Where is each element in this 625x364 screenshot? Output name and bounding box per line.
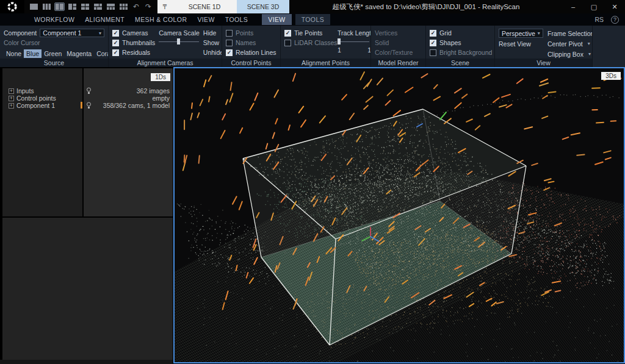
menu-tools[interactable]: TOOLS [225, 16, 248, 23]
center-pivot-button[interactable]: Center Pivot [547, 40, 583, 48]
pane-badge-1ds: 1Ds [151, 73, 170, 81]
color-texture-button[interactable]: Color/Texture [375, 48, 422, 57]
layout-split-icon-active[interactable] [55, 3, 64, 10]
frame-selection-button[interactable]: Frame Selection [547, 30, 592, 37]
layout-grid2x2-icon[interactable] [81, 3, 90, 10]
names-label: Names [236, 39, 256, 46]
shapes-label: Shapes [439, 39, 461, 46]
residuals-checkbox[interactable]: Residuals [112, 48, 155, 57]
color-cursor-label: Color Cursor [4, 38, 104, 48]
info-row-component: 358/362 cams, 1 model [86, 102, 170, 109]
undo-icon[interactable]: ↶ [132, 2, 140, 11]
track-length-max: 15 [367, 46, 370, 54]
cursor-option-green[interactable]: Green [42, 49, 64, 58]
relation-lines-checkbox[interactable]: Relation Lines [226, 48, 276, 57]
relation-lines-label: Relation Lines [236, 49, 276, 56]
ribbon-group-model-render: Vertices Solid Color/Texture Model Rende… [371, 26, 426, 67]
solid-button[interactable]: Solid [375, 38, 422, 48]
unhide-all-button[interactable]: Unhide All [203, 48, 222, 57]
projection-dropdown[interactable]: Perspective ▾ [499, 29, 543, 38]
point-cloud-canvas[interactable] [175, 68, 624, 362]
menu-alignment[interactable]: ALIGNMENT [85, 16, 125, 23]
info-row-images: 362 images [86, 87, 170, 95]
selection-indicator [81, 102, 82, 109]
context-tab-view[interactable]: VIEW [262, 14, 291, 25]
ribbon-group-source: Component Component 1 ▾ Color Cursor Non… [0, 26, 109, 67]
cursor-option-magenta[interactable]: Magenta [64, 49, 94, 58]
redo-icon[interactable]: ↷ [144, 2, 153, 11]
scene-1d-pane[interactable]: + Inputs + Control points + Component 1 … [2, 68, 173, 216]
close-button[interactable]: ✕ [604, 0, 625, 13]
maximize-button[interactable]: ▢ [583, 0, 604, 13]
rs-account-label[interactable]: RS [594, 16, 604, 23]
ribbon-group-view: Perspective ▾ Reset View Frame Selection… [495, 26, 593, 67]
bright-background-label: Bright Background [439, 49, 492, 56]
cameras-checkbox[interactable]: Cameras [112, 28, 155, 38]
layout-grid-mixed-icon[interactable] [93, 3, 103, 10]
shapes-checkbox[interactable]: Shapes [430, 38, 491, 48]
scene-tab-strip: ₸ SCENE 1D SCENE 3D [157, 0, 289, 13]
visibility-bulb-icon[interactable] [86, 87, 92, 95]
expand-icon[interactable]: + [9, 88, 14, 94]
residuals-label: Residuals [122, 49, 150, 56]
project-tree: + Inputs + Control points + Component 1 [2, 68, 82, 216]
tree-label-control-points: Control points [16, 95, 56, 102]
hide-button[interactable]: Hide [203, 28, 222, 38]
menu-bar: WORKFLOW ALIGNMENT MESH & COLOR VIEW TOO… [0, 13, 625, 26]
points-label: Points [236, 29, 253, 37]
cursor-option-blue[interactable]: Blue [24, 49, 42, 58]
layout-single-icon[interactable] [29, 3, 38, 10]
context-tab-tools[interactable]: TOOLS [295, 14, 330, 25]
expand-icon[interactable]: + [9, 96, 14, 101]
tree-label-component-1: Component 1 [16, 102, 55, 109]
pin-icon[interactable]: ₸ [157, 0, 172, 13]
minimize-button[interactable]: – [563, 0, 583, 13]
reset-view-button[interactable]: Reset View [499, 38, 543, 49]
thumbnails-checkbox[interactable]: Thumbnails [112, 38, 155, 48]
layout-top-bottom-icon[interactable] [106, 3, 115, 10]
points-checkbox[interactable]: Points [226, 28, 276, 38]
help-icon[interactable]: ? [611, 16, 619, 24]
show-button[interactable]: Show [203, 38, 222, 48]
tie-points-label: Tie Points [294, 29, 322, 37]
menu-view[interactable]: VIEW [197, 16, 214, 23]
visibility-bulb-icon[interactable] [86, 102, 92, 109]
group-label-control-points: Control Points [222, 59, 280, 67]
layout-columns-icon[interactable] [42, 3, 51, 10]
names-checkbox[interactable]: Names [226, 38, 276, 48]
menu-mesh-color[interactable]: MESH & COLOR [135, 16, 187, 23]
track-length-label: Track Length [338, 28, 370, 38]
camera-scale-slider[interactable] [159, 38, 199, 45]
track-length-slider[interactable] [338, 38, 369, 45]
tree-item-component-1[interactable]: + Component 1 [9, 102, 55, 109]
empty-pane[interactable] [2, 218, 173, 360]
group-label-model-render: Model Render [371, 59, 425, 67]
group-label-alignment-points: Alignment Points [281, 59, 370, 67]
tab-scene-1d[interactable]: SCENE 1D [172, 0, 237, 13]
expand-icon[interactable]: + [9, 103, 14, 109]
scene-3d-viewport[interactable]: 3Ds [173, 67, 625, 363]
cursor-option-coral[interactable]: Coral [94, 49, 108, 58]
menu-workflow[interactable]: WORKFLOW [34, 16, 74, 23]
ribbon-filler [593, 26, 625, 67]
clipping-box-button[interactable]: Clipping Box [547, 51, 583, 58]
tree-label-inputs: Inputs [16, 87, 34, 95]
tree-item-inputs[interactable]: + Inputs [9, 87, 34, 95]
ribbon: Component Component 1 ▾ Color Cursor Non… [0, 26, 625, 67]
camera-scale-label: Camera Scale [159, 28, 200, 38]
grid-checkbox[interactable]: Grid [430, 28, 491, 38]
layout-left-rows-icon[interactable] [68, 3, 77, 10]
vertices-button[interactable]: Vertices [375, 28, 422, 38]
tab-scene-3d[interactable]: SCENE 3D [237, 0, 289, 13]
cursor-option-none[interactable]: None [4, 49, 24, 58]
layout-grid3x2-icon[interactable] [119, 3, 128, 10]
lidar-classes-label: LiDAR Classes [294, 39, 338, 46]
component-dropdown[interactable]: Component 1 ▾ [40, 29, 104, 37]
tie-points-checkbox[interactable]: Tie Points [284, 28, 334, 38]
tree-item-control-points[interactable]: + Control points [9, 95, 56, 102]
main-area: + Inputs + Control points + Component 1 … [0, 67, 625, 364]
bright-background-checkbox[interactable]: Bright Background [430, 48, 491, 57]
chevron-down-icon: ▾ [538, 30, 540, 36]
lidar-classes-checkbox[interactable]: LiDAR Classes [284, 38, 334, 48]
window-title: 超级飞侠* saved to D:\video\剪辑\DJI\DJI_001 -… [289, 0, 563, 13]
